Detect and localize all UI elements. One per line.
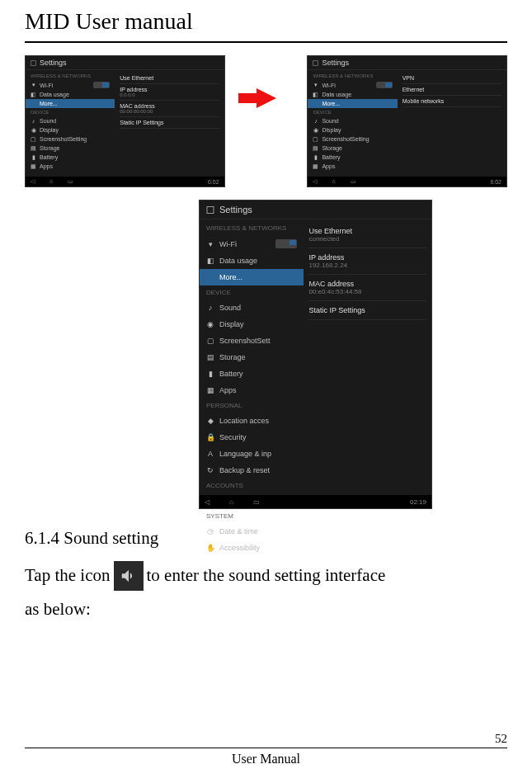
wifi-toggle[interactable] xyxy=(376,82,393,88)
sidebar-battery[interactable]: ▮Battery xyxy=(26,153,115,162)
sidebar-sound[interactable]: ♪Sound xyxy=(26,116,115,125)
sidebar-battery[interactable]: ▮Battery xyxy=(200,366,304,382)
page-number: 52 xyxy=(25,732,507,748)
svg-rect-1 xyxy=(313,60,318,65)
storage-icon: ▤ xyxy=(31,145,36,151)
sidebar-security[interactable]: 🔒Security xyxy=(200,429,304,446)
sound-settings-icon xyxy=(114,561,144,591)
sidebar-apps[interactable]: ▦Apps xyxy=(26,162,115,171)
section-system: SYSTEM xyxy=(200,509,304,523)
backup-icon: ↻ xyxy=(206,466,214,474)
screenshot-settings-more-options: Settings WIRELESS & NETWORKS ▾Wi-Fi ◧Dat… xyxy=(307,55,507,187)
sidebar-storage[interactable]: ▤Storage xyxy=(200,349,304,366)
sidebar-location[interactable]: ◆Location acces xyxy=(200,413,304,429)
sidebar-data-usage[interactable]: ◧ Data usage xyxy=(26,90,115,99)
sidebar-data-usage[interactable]: ◧Data usage xyxy=(200,252,304,269)
sidebar-display[interactable]: ◉Display xyxy=(308,125,397,134)
screenshot-settings-full: Settings WIRELESS & NETWORKS ▾Wi-Fi ◧Dat… xyxy=(199,200,432,509)
sidebar-storage[interactable]: ▤Storage xyxy=(26,144,115,153)
section-device: DEVICE xyxy=(200,285,304,300)
ss-title-bar: Settings xyxy=(26,56,224,70)
wifi-icon: ▾ xyxy=(206,240,214,248)
red-arrow-icon xyxy=(257,88,276,108)
content-mobile-networks[interactable]: Mobile networks xyxy=(403,96,501,107)
back-icon[interactable]: ◁ xyxy=(205,498,210,506)
battery-icon: ▮ xyxy=(313,154,318,160)
ss-content: Use Ethernet IP address0.0.0.0 MAC addre… xyxy=(115,70,224,176)
home-icon[interactable]: ⌂ xyxy=(49,178,53,185)
sidebar-display[interactable]: ◉Display xyxy=(200,316,304,333)
sidebar-more[interactable]: More... xyxy=(308,99,397,108)
apps-icon: ▦ xyxy=(206,386,214,394)
footer-label: User Manual xyxy=(25,748,507,766)
recent-icon[interactable]: ▭ xyxy=(68,178,73,185)
sidebar-screenshot[interactable]: ▢ScreenshotSetting xyxy=(26,134,115,144)
sidebar-data-usage[interactable]: ◧Data usage xyxy=(308,90,397,99)
wifi-icon: ▾ xyxy=(313,83,318,88)
section-device: DEVICE xyxy=(26,108,115,116)
sidebar-wifi[interactable]: ▾ Wi-Fi xyxy=(26,80,115,90)
sidebar-apps[interactable]: ▦Apps xyxy=(308,162,397,171)
display-icon: ◉ xyxy=(31,127,36,133)
sound-icon: ♪ xyxy=(206,304,214,312)
content-use-ethernet[interactable]: Use Ethernetconnected xyxy=(308,222,426,248)
sidebar-storage[interactable]: ▤Storage xyxy=(308,144,397,153)
recent-icon[interactable]: ▭ xyxy=(253,498,260,506)
ss-nav-bar: ◁ ⌂ ▭ 02:19 xyxy=(200,495,431,508)
sidebar-screenshot[interactable]: ▢ScreenshotSett xyxy=(200,333,304,349)
back-icon[interactable]: ◁ xyxy=(313,178,317,185)
sidebar-wifi[interactable]: ▾Wi-Fi xyxy=(200,235,304,252)
sidebar-screenshot[interactable]: ▢ScreenshotSetting xyxy=(308,134,397,144)
ss-nav-bar: ◁ ⌂ ▭ 6:02 xyxy=(26,177,224,186)
sidebar-backup[interactable]: ↻Backup & reset xyxy=(200,462,304,479)
content-static-ip[interactable]: Static IP Settings xyxy=(120,117,219,129)
sidebar-accessibility[interactable]: ✋Accessibility xyxy=(200,540,304,556)
content-vpn[interactable]: VPN xyxy=(403,73,501,84)
svg-rect-2 xyxy=(207,206,214,213)
display-icon: ◉ xyxy=(206,320,214,328)
status-time: 6:02 xyxy=(208,179,219,185)
apps-icon: ▦ xyxy=(31,163,36,169)
sidebar-sound[interactable]: ♪Sound xyxy=(308,116,397,125)
home-icon[interactable]: ⌂ xyxy=(332,178,335,185)
content-ethernet[interactable]: Ethernet xyxy=(403,84,501,96)
section-personal: PERSONAL xyxy=(200,399,304,413)
screenshot-icon: ▢ xyxy=(313,136,318,142)
ss-nav-bar: ◁ ⌂ ▭ 6:02 xyxy=(308,177,506,186)
wifi-toggle[interactable] xyxy=(93,82,110,88)
ss-title-bar: Settings xyxy=(308,56,506,70)
ss-title: Settings xyxy=(219,205,252,215)
sidebar-language[interactable]: ALanguage & inp xyxy=(200,446,304,462)
ss-title: Settings xyxy=(322,59,349,67)
ss-title: Settings xyxy=(40,59,67,67)
screenshot-icon: ▢ xyxy=(31,136,36,142)
sidebar-date-time[interactable]: ◷Date & time xyxy=(200,523,304,540)
content-static-ip[interactable]: Static IP Settings xyxy=(308,301,426,320)
content-mac: MAC address00:e0:4c:53:44:58 xyxy=(308,275,426,301)
content-mac: MAC address00:00:00:00:00 xyxy=(120,101,219,117)
ss-content: VPN Ethernet Mobile networks xyxy=(398,70,506,176)
battery-icon: ▮ xyxy=(31,154,36,160)
ss-sidebar: WIRELESS & NETWORKS ▾Wi-Fi ◧Data usage M… xyxy=(308,70,397,176)
lock-icon: 🔒 xyxy=(206,433,214,441)
back-icon[interactable]: ◁ xyxy=(31,178,35,185)
sidebar-wifi[interactable]: ▾Wi-Fi xyxy=(308,80,397,90)
content-use-ethernet[interactable]: Use Ethernet xyxy=(120,73,219,84)
status-time: 02:19 xyxy=(410,498,426,506)
home-icon[interactable]: ⌂ xyxy=(229,498,233,506)
sidebar-more[interactable]: More... xyxy=(200,269,304,285)
sidebar-sound[interactable]: ♪Sound xyxy=(200,300,304,316)
settings-icon xyxy=(31,60,36,66)
sidebar-apps[interactable]: ▦Apps xyxy=(200,382,304,399)
data-usage-icon: ◧ xyxy=(31,92,36,97)
sidebar-display[interactable]: ◉Display xyxy=(26,125,115,134)
recent-icon[interactable]: ▭ xyxy=(351,178,356,185)
body-line-1: Tap the icon to enter the sound setting … xyxy=(25,561,507,591)
sidebar-more[interactable]: More... xyxy=(26,99,115,108)
section-wireless: WIRELESS & NETWORKS xyxy=(200,221,304,235)
section-device: DEVICE xyxy=(308,108,397,116)
wifi-toggle[interactable] xyxy=(275,239,297,248)
body-line-2: as below: xyxy=(25,596,507,624)
sidebar-battery[interactable]: ▮Battery xyxy=(308,153,397,162)
settings-icon xyxy=(206,205,214,214)
